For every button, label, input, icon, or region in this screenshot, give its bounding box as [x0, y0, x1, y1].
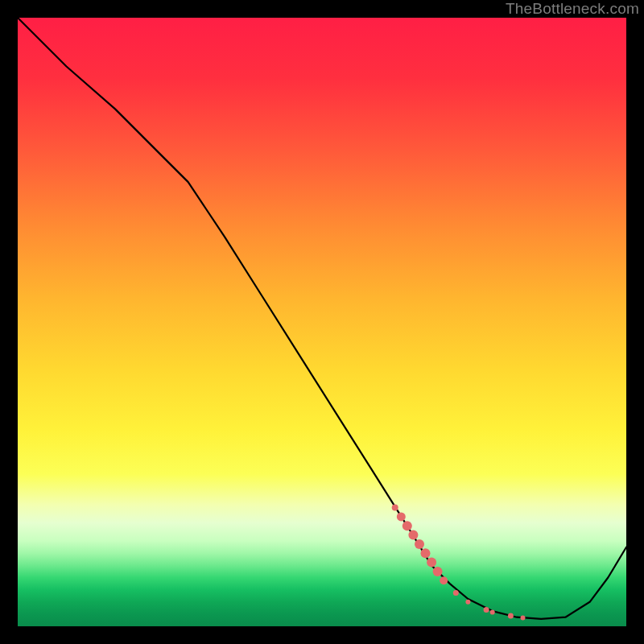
highlight-dot — [392, 505, 398, 511]
highlight-dot — [397, 512, 406, 521]
highlight-dot — [508, 613, 514, 619]
highlight-dot — [440, 576, 448, 584]
highlight-dot — [421, 548, 431, 558]
chart-svg — [18, 18, 626, 626]
highlight-dot — [521, 615, 526, 620]
highlight-dot — [465, 600, 470, 605]
highlight-dot — [484, 607, 489, 613]
highlight-dot — [453, 590, 459, 596]
plot-area — [18, 18, 626, 626]
watermark-text: TheBottleneck.com — [506, 0, 639, 18]
highlight-dot — [490, 610, 495, 615]
highlight-dot — [433, 567, 443, 576]
chart-frame: TheBottleneck.com — [0, 0, 644, 644]
highlight-markers — [392, 505, 526, 621]
highlight-dot — [408, 530, 418, 540]
highlight-dot — [427, 558, 436, 568]
highlight-dot — [415, 539, 424, 549]
bottleneck-curve — [18, 18, 626, 619]
highlight-dot — [402, 521, 412, 530]
